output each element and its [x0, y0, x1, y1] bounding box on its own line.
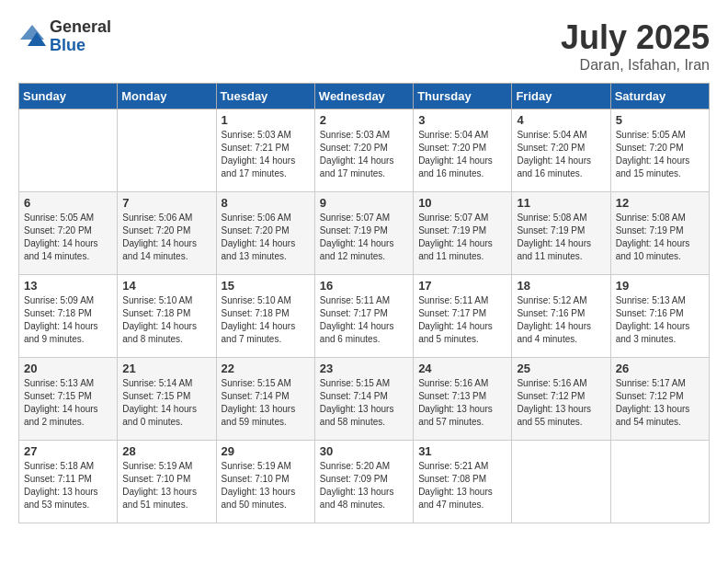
day-number: 25: [517, 362, 605, 375]
day-number: 14: [122, 279, 210, 293]
calendar-cell: 24Sunrise: 5:16 AMSunset: 7:13 PMDayligh…: [414, 358, 512, 441]
calendar-week-row: 13Sunrise: 5:09 AMSunset: 7:18 PMDayligh…: [19, 275, 710, 358]
day-number: 21: [122, 362, 210, 375]
logo-blue-text: Blue: [50, 37, 111, 55]
calendar-week-row: 6Sunrise: 5:05 AMSunset: 7:20 PMDaylight…: [19, 192, 710, 275]
day-detail: Sunrise: 5:07 AMSunset: 7:19 PMDaylight:…: [418, 212, 506, 263]
logo-general-text: General: [50, 18, 111, 37]
day-number: 17: [418, 279, 506, 293]
day-detail: Sunrise: 5:10 AMSunset: 7:18 PMDaylight:…: [122, 294, 210, 346]
calendar-cell: 21Sunrise: 5:14 AMSunset: 7:15 PMDayligh…: [118, 358, 216, 441]
calendar-cell: 18Sunrise: 5:12 AMSunset: 7:16 PMDayligh…: [512, 275, 610, 358]
day-detail: Sunrise: 5:15 AMSunset: 7:14 PMDaylight:…: [320, 377, 408, 429]
calendar-cell: 29Sunrise: 5:19 AMSunset: 7:10 PMDayligh…: [216, 441, 314, 523]
day-number: 13: [24, 279, 112, 293]
calendar-cell: [610, 441, 709, 523]
day-number: 18: [517, 279, 605, 293]
title-block: July 2025 Daran, Isfahan, Iran: [561, 18, 710, 74]
calendar-table: SundayMondayTuesdayWednesdayThursdayFrid…: [18, 83, 710, 523]
calendar-header: SundayMondayTuesdayWednesdayThursdayFrid…: [19, 84, 710, 109]
day-detail: Sunrise: 5:06 AMSunset: 7:20 PMDaylight:…: [122, 212, 210, 263]
day-detail: Sunrise: 5:12 AMSunset: 7:16 PMDaylight:…: [517, 294, 605, 346]
day-detail: Sunrise: 5:14 AMSunset: 7:15 PMDaylight:…: [122, 377, 210, 429]
day-number: 12: [616, 196, 704, 210]
day-header-tuesday: Tuesday: [216, 84, 314, 109]
calendar-cell: 3Sunrise: 5:04 AMSunset: 7:20 PMDaylight…: [414, 109, 512, 192]
location-subtitle: Daran, Isfahan, Iran: [561, 57, 710, 74]
calendar-cell: 9Sunrise: 5:07 AMSunset: 7:19 PMDaylight…: [314, 192, 413, 275]
day-detail: Sunrise: 5:04 AMSunset: 7:20 PMDaylight:…: [418, 129, 506, 180]
day-number: 15: [222, 279, 310, 293]
calendar-cell: [118, 109, 216, 192]
calendar-cell: 14Sunrise: 5:10 AMSunset: 7:18 PMDayligh…: [118, 275, 216, 358]
day-detail: Sunrise: 5:03 AMSunset: 7:21 PMDaylight:…: [222, 129, 310, 180]
calendar-cell: 6Sunrise: 5:05 AMSunset: 7:20 PMDaylight…: [19, 192, 118, 275]
day-number: 16: [320, 279, 408, 293]
day-detail: Sunrise: 5:18 AMSunset: 7:11 PMDaylight:…: [24, 460, 112, 511]
day-detail: Sunrise: 5:11 AMSunset: 7:17 PMDaylight:…: [320, 294, 408, 346]
day-number: 29: [222, 444, 310, 458]
calendar-cell: 17Sunrise: 5:11 AMSunset: 7:17 PMDayligh…: [414, 275, 512, 358]
day-number: 1: [222, 113, 310, 127]
day-number: 6: [24, 196, 112, 210]
day-number: 19: [616, 279, 704, 293]
calendar-cell: 23Sunrise: 5:15 AMSunset: 7:14 PMDayligh…: [314, 358, 413, 441]
day-detail: Sunrise: 5:06 AMSunset: 7:20 PMDaylight:…: [222, 212, 310, 263]
day-number: 23: [320, 362, 408, 375]
day-number: 24: [418, 362, 506, 375]
day-number: 31: [418, 444, 506, 458]
day-detail: Sunrise: 5:16 AMSunset: 7:13 PMDaylight:…: [418, 377, 506, 429]
day-detail: Sunrise: 5:10 AMSunset: 7:18 PMDaylight:…: [222, 294, 310, 346]
day-number: 2: [320, 113, 408, 127]
day-detail: Sunrise: 5:16 AMSunset: 7:12 PMDaylight:…: [517, 377, 605, 429]
calendar-body: 1Sunrise: 5:03 AMSunset: 7:21 PMDaylight…: [19, 109, 710, 523]
svg-marker-0: [20, 25, 44, 40]
day-number: 20: [24, 362, 112, 375]
day-detail: Sunrise: 5:03 AMSunset: 7:20 PMDaylight:…: [320, 129, 408, 180]
calendar-cell: 19Sunrise: 5:13 AMSunset: 7:16 PMDayligh…: [610, 275, 709, 358]
calendar-cell: 13Sunrise: 5:09 AMSunset: 7:18 PMDayligh…: [19, 275, 118, 358]
day-header-thursday: Thursday: [414, 84, 512, 109]
day-header-monday: Monday: [118, 84, 216, 109]
calendar-cell: 22Sunrise: 5:15 AMSunset: 7:14 PMDayligh…: [216, 358, 314, 441]
day-number: 11: [517, 196, 605, 210]
day-number: 8: [222, 196, 310, 210]
day-number: 5: [616, 113, 704, 127]
days-of-week-row: SundayMondayTuesdayWednesdayThursdayFrid…: [19, 84, 710, 109]
day-detail: Sunrise: 5:15 AMSunset: 7:14 PMDaylight:…: [222, 377, 310, 429]
day-number: 27: [24, 444, 112, 458]
calendar-week-row: 27Sunrise: 5:18 AMSunset: 7:11 PMDayligh…: [19, 441, 710, 523]
calendar-week-row: 20Sunrise: 5:13 AMSunset: 7:15 PMDayligh…: [19, 358, 710, 441]
day-detail: Sunrise: 5:05 AMSunset: 7:20 PMDaylight:…: [616, 129, 704, 180]
calendar-cell: 4Sunrise: 5:04 AMSunset: 7:20 PMDaylight…: [512, 109, 610, 192]
day-header-wednesday: Wednesday: [314, 84, 413, 109]
day-number: 7: [122, 196, 210, 210]
day-number: 4: [517, 113, 605, 127]
day-header-saturday: Saturday: [610, 84, 709, 109]
day-number: 22: [222, 362, 310, 375]
day-detail: Sunrise: 5:13 AMSunset: 7:16 PMDaylight:…: [616, 294, 704, 346]
calendar-cell: [19, 109, 118, 192]
calendar-cell: 12Sunrise: 5:08 AMSunset: 7:19 PMDayligh…: [610, 192, 709, 275]
day-detail: Sunrise: 5:09 AMSunset: 7:18 PMDaylight:…: [24, 294, 112, 346]
day-detail: Sunrise: 5:13 AMSunset: 7:15 PMDaylight:…: [24, 377, 112, 429]
calendar-cell: 16Sunrise: 5:11 AMSunset: 7:17 PMDayligh…: [314, 275, 413, 358]
calendar-cell: 5Sunrise: 5:05 AMSunset: 7:20 PMDaylight…: [610, 109, 709, 192]
calendar-cell: 31Sunrise: 5:21 AMSunset: 7:08 PMDayligh…: [414, 441, 512, 523]
calendar-cell: 27Sunrise: 5:18 AMSunset: 7:11 PMDayligh…: [19, 441, 118, 523]
calendar-cell: 10Sunrise: 5:07 AMSunset: 7:19 PMDayligh…: [414, 192, 512, 275]
day-header-sunday: Sunday: [19, 84, 118, 109]
day-detail: Sunrise: 5:21 AMSunset: 7:08 PMDaylight:…: [418, 460, 506, 511]
day-detail: Sunrise: 5:08 AMSunset: 7:19 PMDaylight:…: [616, 212, 704, 263]
logo: General Blue: [18, 18, 111, 55]
day-detail: Sunrise: 5:19 AMSunset: 7:10 PMDaylight:…: [122, 460, 210, 511]
day-detail: Sunrise: 5:07 AMSunset: 7:19 PMDaylight:…: [320, 212, 408, 263]
calendar-cell: 1Sunrise: 5:03 AMSunset: 7:21 PMDaylight…: [216, 109, 314, 192]
calendar-cell: 30Sunrise: 5:20 AMSunset: 7:09 PMDayligh…: [314, 441, 413, 523]
calendar-cell: 15Sunrise: 5:10 AMSunset: 7:18 PMDayligh…: [216, 275, 314, 358]
calendar-cell: 7Sunrise: 5:06 AMSunset: 7:20 PMDaylight…: [118, 192, 216, 275]
calendar-cell: 28Sunrise: 5:19 AMSunset: 7:10 PMDayligh…: [118, 441, 216, 523]
calendar-cell: 20Sunrise: 5:13 AMSunset: 7:15 PMDayligh…: [19, 358, 118, 441]
day-number: 30: [320, 444, 408, 458]
calendar-cell: 11Sunrise: 5:08 AMSunset: 7:19 PMDayligh…: [512, 192, 610, 275]
